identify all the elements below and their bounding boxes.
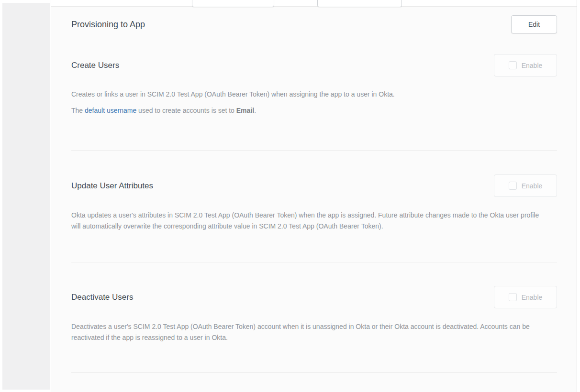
screen: Provisioning to App Edit Create Users En… bbox=[0, 0, 580, 392]
section-deactivate-users: Deactivate Users Enable bbox=[71, 286, 557, 308]
enable-toggle-label: Enable bbox=[522, 294, 543, 301]
deactivate-users-enable-toggle[interactable]: Enable bbox=[494, 286, 557, 308]
default-username-link[interactable]: default username bbox=[85, 107, 136, 114]
panel-header: Provisioning to App Edit bbox=[71, 15, 557, 33]
section-title-create-users: Create Users bbox=[71, 61, 119, 70]
create-users-enable-checkbox[interactable] bbox=[509, 61, 517, 69]
section-divider bbox=[71, 372, 557, 373]
page-title: Provisioning to App bbox=[71, 20, 145, 30]
left-sidebar bbox=[2, 3, 50, 390]
enable-toggle-label: Enable bbox=[522, 62, 543, 69]
create-users-description: Creates or links a user in SCIM 2.0 Test… bbox=[71, 89, 550, 100]
section-update-user-attributes: Update User Attributes Enable bbox=[71, 174, 557, 197]
update-attributes-enable-toggle[interactable]: Enable bbox=[494, 174, 557, 197]
cutoff-input-1[interactable] bbox=[192, 0, 274, 7]
top-cutoff-panel bbox=[51, 0, 577, 7]
edit-button[interactable]: Edit bbox=[511, 15, 557, 33]
update-attributes-enable-checkbox[interactable] bbox=[509, 182, 517, 190]
section-create-users: Create Users Enable bbox=[71, 54, 557, 76]
update-attributes-description: Okta updates a user's attributes in SCIM… bbox=[71, 210, 546, 232]
note-suffix: . bbox=[254, 107, 256, 114]
cutoff-input-2[interactable] bbox=[317, 0, 402, 7]
note-prefix: The bbox=[71, 107, 85, 114]
note-email-value: Email bbox=[236, 107, 254, 114]
note-middle: used to create accounts is set to bbox=[136, 107, 236, 114]
provisioning-settings-panel: Provisioning to App Edit Create Users En… bbox=[51, 0, 577, 392]
deactivate-users-enable-checkbox[interactable] bbox=[509, 293, 517, 301]
enable-toggle-label: Enable bbox=[522, 182, 543, 190]
section-divider bbox=[71, 150, 557, 151]
create-users-note: The default username used to create acco… bbox=[71, 105, 557, 116]
create-users-enable-toggle[interactable]: Enable bbox=[494, 54, 557, 76]
section-title-update-user-attributes: Update User Attributes bbox=[71, 181, 153, 191]
deactivate-users-description: Deactivates a user's SCIM 2.0 Test App (… bbox=[71, 321, 543, 343]
section-divider bbox=[71, 262, 557, 262]
section-title-deactivate-users: Deactivate Users bbox=[71, 293, 133, 302]
